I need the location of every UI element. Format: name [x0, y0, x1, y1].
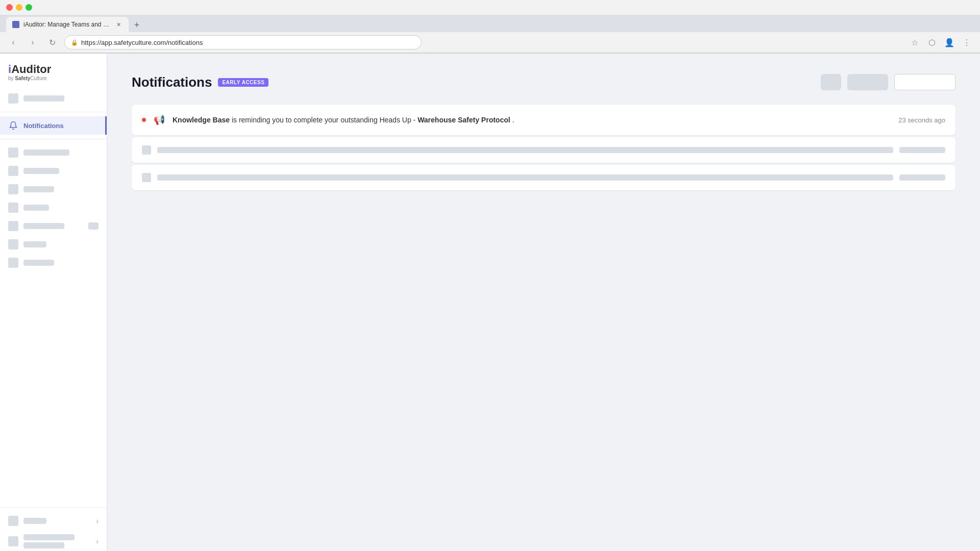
new-tab-button[interactable]: + — [130, 18, 144, 32]
skel-time-2 — [899, 147, 945, 153]
unread-indicator — [142, 118, 146, 122]
browser-tab[interactable]: iAuditor: Manage Teams and N... ✕ — [6, 17, 129, 32]
tab-favicon-icon — [12, 21, 19, 28]
sidebar-divider-2 — [0, 139, 107, 139]
notification-text-suffix: . — [512, 116, 514, 124]
sidebar-icon-skel-7 — [8, 258, 18, 268]
sidebar-icon-skel-4 — [8, 203, 18, 213]
minimize-window-button[interactable] — [16, 4, 22, 11]
sidebar-text-skeleton — [23, 95, 64, 102]
logo: iAuditor by SafetyCulture — [8, 64, 99, 81]
sidebar-text-skel-3 — [23, 186, 54, 192]
notification-source: Knowledge Base — [173, 116, 230, 124]
sidebar-item-1[interactable] — [0, 143, 107, 162]
back-button[interactable]: ‹ — [6, 35, 20, 49]
skel-text-2 — [157, 147, 893, 153]
sidebar-item-notifications[interactable]: Notifications — [0, 116, 107, 135]
sidebar-icon-skel-3 — [8, 184, 18, 194]
sidebar-text-skel-4 — [23, 205, 49, 211]
menu-button[interactable]: ⋮ — [960, 35, 974, 49]
chevron-right-icon-2: › — [96, 537, 99, 545]
sidebar-icon-skel-2 — [8, 166, 18, 176]
notification-list: 📢 Knowledge Base is reminding you to com… — [132, 105, 955, 190]
sidebar-divider — [0, 112, 107, 112]
skel-icon-2 — [142, 145, 151, 155]
sidebar-bottom-item-2[interactable]: › — [0, 530, 107, 551]
skel-text-3 — [157, 174, 893, 181]
sidebar-item-3[interactable] — [0, 180, 107, 198]
sidebar-icon-skel-5 — [8, 221, 18, 231]
page-title: Notifications — [132, 74, 212, 90]
notification-text: Knowledge Base is reminding you to compl… — [173, 116, 892, 124]
app-layout: iAuditor by SafetyCulture Notifications — [0, 54, 980, 551]
header-skeleton-2 — [847, 74, 888, 90]
url-bar[interactable]: 🔒 https://app.safetyculture.com/notifica… — [64, 35, 422, 49]
notification-skeleton-3[interactable] — [132, 165, 955, 190]
main-content: Notifications EARLY ACCESS 📢 Knowledge B… — [107, 54, 980, 551]
skel-icon-3 — [142, 173, 151, 182]
logo-safety-text: Safety — [15, 76, 30, 81]
sidebar-notifications-label: Notifications — [23, 122, 64, 130]
sidebar-text-skel-7 — [23, 260, 54, 266]
maximize-window-button[interactable] — [26, 4, 32, 11]
early-access-badge: EARLY ACCESS — [218, 78, 268, 87]
browser-chrome: iAuditor: Manage Teams and N... ✕ + ‹ › … — [0, 0, 980, 54]
notification-text-middle: is reminding you to complete your outsta… — [232, 116, 418, 124]
sidebar-bottom-item-1[interactable]: › — [0, 512, 107, 530]
page-header: Notifications EARLY ACCESS — [132, 74, 955, 90]
refresh-button[interactable]: ↻ — [45, 35, 59, 49]
sidebar: iAuditor by SafetyCulture Notifications — [0, 54, 107, 551]
header-button-skeleton[interactable] — [894, 74, 955, 90]
bell-icon — [8, 120, 18, 131]
sidebar-bottom-icon-1 — [8, 516, 18, 526]
forward-button[interactable]: › — [26, 35, 40, 49]
sidebar-item-5[interactable] — [0, 217, 107, 235]
sidebar-text-skel-5 — [23, 223, 64, 229]
notification-timestamp: 23 seconds ago — [898, 116, 945, 124]
sidebar-badge-5 — [88, 222, 99, 230]
tab-bar: iAuditor: Manage Teams and N... ✕ + — [0, 15, 980, 32]
traffic-lights — [6, 4, 32, 11]
notification-skeleton-2[interactable] — [132, 137, 955, 163]
sidebar-item-4[interactable] — [0, 198, 107, 217]
sidebar-bottom-text-2a — [23, 534, 75, 540]
sidebar-icon-skel-6 — [8, 239, 18, 249]
sidebar-icon-skeleton — [8, 93, 18, 104]
extensions-button[interactable]: ⬡ — [925, 35, 939, 49]
lock-icon: 🔒 — [71, 39, 78, 46]
tab-title: iAuditor: Manage Teams and N... — [23, 21, 110, 28]
chevron-right-icon-1: › — [96, 517, 99, 525]
notification-subject: Warehouse Safety Protocol — [418, 116, 510, 124]
sidebar-bottom: › › — [0, 507, 107, 551]
skel-time-3 — [899, 174, 945, 181]
sidebar-top-item[interactable] — [0, 89, 107, 108]
tab-close-button[interactable]: ✕ — [114, 20, 122, 29]
sidebar-item-2[interactable] — [0, 162, 107, 180]
sidebar-item-7[interactable] — [0, 254, 107, 272]
bookmark-button[interactable]: ☆ — [908, 35, 922, 49]
sidebar-text-skel-1 — [23, 149, 69, 156]
logo-iauditor-text: iAuditor — [8, 64, 99, 75]
notification-item-1[interactable]: 📢 Knowledge Base is reminding you to com… — [132, 105, 955, 135]
user-profile-button[interactable]: 👤 — [942, 35, 957, 49]
sidebar-text-skel-6 — [23, 241, 46, 247]
sidebar-bottom-icon-2 — [8, 536, 18, 546]
sidebar-icon-skel-1 — [8, 147, 18, 158]
browser-actions: ☆ ⬡ 👤 ⋮ — [908, 35, 974, 49]
header-actions — [821, 74, 955, 90]
close-window-button[interactable] — [6, 4, 13, 11]
address-bar: ‹ › ↻ 🔒 https://app.safetyculture.com/no… — [0, 32, 980, 53]
sidebar-text-skel-2 — [23, 168, 59, 174]
sidebar-item-6[interactable] — [0, 235, 107, 254]
url-text: https://app.safetyculture.com/notificati… — [81, 39, 203, 46]
sidebar-bottom-text-2b — [23, 542, 64, 548]
notification-icon: 📢 — [152, 113, 166, 127]
logo-area: iAuditor by SafetyCulture — [0, 54, 107, 89]
header-skeleton-1 — [821, 74, 841, 90]
logo-byline: by SafetyCulture — [8, 76, 99, 81]
sidebar-bottom-text-1 — [23, 518, 46, 524]
logo-culture-text: Culture — [30, 76, 46, 81]
title-bar — [0, 0, 980, 15]
